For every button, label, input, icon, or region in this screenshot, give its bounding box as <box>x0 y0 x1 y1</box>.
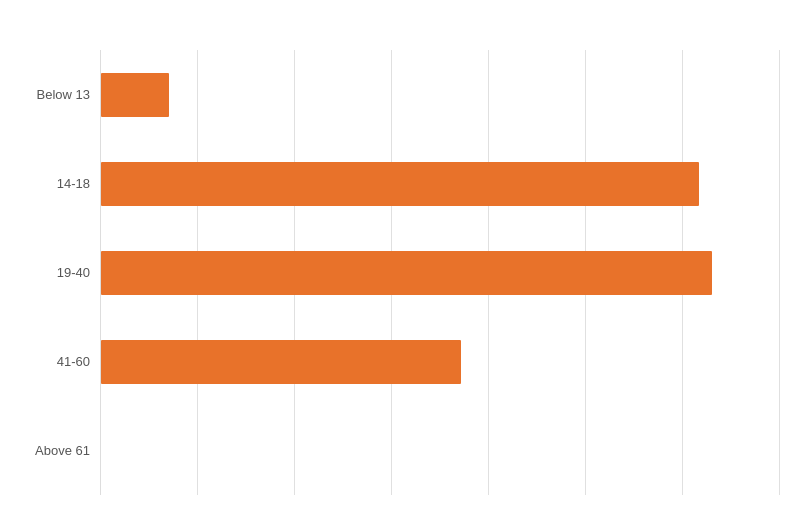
chart-container: Below 1314-1819-4041-60Above 61 <box>0 0 800 515</box>
bar-41-60 <box>101 340 461 384</box>
plot-area <box>100 50 780 495</box>
y-axis-label-19-40: 19-40 <box>20 265 90 281</box>
bar-row-19-40 <box>101 243 780 303</box>
y-axis-label-above-61: Above 61 <box>20 443 90 459</box>
chart-area: Below 1314-1819-4041-60Above 61 <box>20 50 780 495</box>
bar-14-18 <box>101 162 699 206</box>
y-axis-label-14-18: 14-18 <box>20 176 90 192</box>
bar-row-14-18 <box>101 154 780 214</box>
y-axis-labels: Below 1314-1819-4041-60Above 61 <box>20 50 100 495</box>
bar-row-41-60 <box>101 332 780 392</box>
bar-row-above-61 <box>101 421 780 481</box>
y-axis-label-below-13: Below 13 <box>20 87 90 103</box>
y-axis-label-41-60: 41-60 <box>20 354 90 370</box>
bar-row-below-13 <box>101 65 780 125</box>
bar-19-40 <box>101 251 712 295</box>
bar-below-13 <box>101 73 169 117</box>
